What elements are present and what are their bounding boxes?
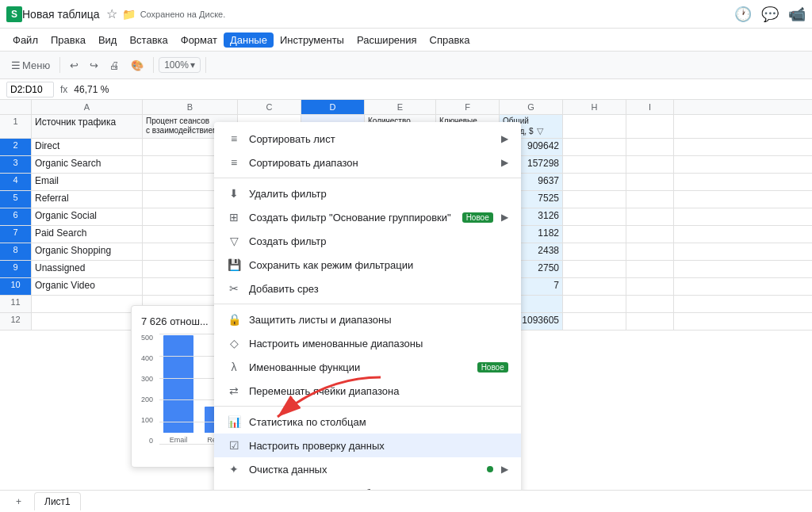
cell-i9[interactable] xyxy=(626,261,674,277)
document-title[interactable]: Новая таблица xyxy=(22,8,100,21)
cell-i3[interactable] xyxy=(626,156,674,173)
row-num[interactable]: 7 xyxy=(0,226,32,243)
col-header-g[interactable]: G xyxy=(500,100,563,114)
cell-a4[interactable]: Email xyxy=(32,174,143,190)
menu-help[interactable]: Справка xyxy=(423,32,477,48)
redo-button[interactable]: ↪ xyxy=(85,56,103,75)
sort-range-item[interactable]: ≡ Сортировать диапазон ▶ xyxy=(214,151,521,174)
cell-reference[interactable] xyxy=(6,82,54,97)
cell-a1[interactable]: Источник трафика xyxy=(32,115,143,138)
menu-view[interactable]: Вид xyxy=(92,32,124,48)
row-num[interactable]: 12 xyxy=(0,313,32,330)
move-icon[interactable]: 📁 xyxy=(122,8,136,21)
col-header-f[interactable]: F xyxy=(436,100,500,114)
protect-sheets-item[interactable]: 🔒 Защитить листы и диапазоны xyxy=(214,308,521,331)
cell-h6[interactable] xyxy=(563,208,626,225)
cell-h4[interactable] xyxy=(563,174,626,190)
cell-a10[interactable]: Organic Video xyxy=(32,278,143,295)
cell-i11[interactable] xyxy=(626,296,674,312)
cell-a5[interactable]: Referral xyxy=(32,191,143,208)
col-header-c[interactable]: C xyxy=(238,100,301,114)
add-sheet-button[interactable]: + xyxy=(6,493,31,510)
cell-h2[interactable] xyxy=(563,139,626,155)
cell-h10[interactable] xyxy=(563,278,626,295)
video-icon[interactable]: 📹 xyxy=(788,6,806,23)
row-num[interactable]: 4 xyxy=(0,174,32,190)
menu-file[interactable]: Файл xyxy=(6,32,44,48)
cell-i5[interactable] xyxy=(626,191,674,208)
history-icon[interactable]: 🕐 xyxy=(734,6,752,23)
menu-tools[interactable]: Инструменты xyxy=(274,32,350,48)
cell-h1[interactable] xyxy=(563,115,626,138)
data-validation-item[interactable]: ☑ Настроить проверку данных xyxy=(214,434,521,457)
row-num[interactable]: 6 xyxy=(0,208,32,225)
data-cleanup-item[interactable]: ✦ Очистка данных ▶ xyxy=(214,457,521,481)
cell-i10[interactable] xyxy=(626,278,674,295)
cell-h3[interactable] xyxy=(563,156,626,173)
cell-h7[interactable] xyxy=(563,226,626,243)
col-header-i[interactable]: I xyxy=(626,100,674,114)
cell-i1[interactable] xyxy=(626,115,674,138)
cell-i8[interactable] xyxy=(626,243,674,260)
menu-data[interactable]: Данные xyxy=(224,32,274,48)
cell-h8[interactable] xyxy=(563,243,626,260)
named-functions-item[interactable]: λ Именованные функции Новое xyxy=(214,355,521,379)
row-num[interactable]: 1 xyxy=(0,115,32,138)
row-num[interactable]: 8 xyxy=(0,243,32,260)
sort-sheet-item[interactable]: ≡ Сортировать лист ▶ xyxy=(214,127,521,151)
row-num[interactable]: 5 xyxy=(0,191,32,208)
menu-extensions[interactable]: Расширения xyxy=(350,32,423,48)
sheet-tab-main[interactable]: Лист1 xyxy=(34,492,81,510)
menu-button[interactable]: ☰ Меню xyxy=(6,56,55,75)
add-slice-item[interactable]: ✂ Добавить срез xyxy=(214,277,521,300)
cell-h11[interactable] xyxy=(563,296,626,312)
remove-filter-item[interactable]: ⬇ Удалить фильтр xyxy=(214,181,521,205)
cell-i4[interactable] xyxy=(626,174,674,190)
cell-a12[interactable] xyxy=(32,313,143,330)
save-filter-item[interactable]: 💾 Сохранить как режим фильтрации xyxy=(214,253,521,277)
menu-format[interactable]: Формат xyxy=(174,32,224,48)
undo-button[interactable]: ↩ xyxy=(65,56,83,75)
cell-h9[interactable] xyxy=(563,261,626,277)
cell-a7[interactable]: Paid Search xyxy=(32,226,143,243)
cell-a6[interactable]: Organic Social xyxy=(32,208,143,225)
create-filter-item[interactable]: ▽ Создать фильтр xyxy=(214,229,521,253)
chart-y-axis: 500 400 300 200 100 0 xyxy=(141,334,156,445)
col-header-b[interactable]: B xyxy=(143,100,238,114)
menu-insert[interactable]: Вставка xyxy=(123,32,174,48)
cell-h12[interactable] xyxy=(563,313,626,330)
row-num[interactable]: 2 xyxy=(0,139,32,155)
col-header-h[interactable]: H xyxy=(563,100,626,114)
row-num[interactable]: 10 xyxy=(0,278,32,295)
data-validation-icon: ☑ xyxy=(227,439,241,452)
cell-a11[interactable] xyxy=(32,296,143,312)
col-header-d[interactable]: D xyxy=(301,100,365,114)
row-num[interactable]: 9 xyxy=(0,261,32,277)
cell-a2[interactable]: Direct xyxy=(32,139,143,155)
cell-h5[interactable] xyxy=(563,191,626,208)
named-ranges-item[interactable]: ◇ Настроить именованные диапазоны xyxy=(214,331,521,355)
cell-a3[interactable]: Organic Search xyxy=(32,156,143,173)
col-header-e[interactable]: E xyxy=(365,100,436,114)
row-num-header xyxy=(0,100,32,114)
menu-edit[interactable]: Правка xyxy=(44,32,92,48)
row-num[interactable]: 11 xyxy=(0,296,32,312)
cell-i2[interactable] xyxy=(626,139,674,155)
shuffle-cells-item[interactable]: ⇄ Перемешать ячейки диапазона xyxy=(214,379,521,403)
comments-icon[interactable]: 💬 xyxy=(761,6,779,23)
create-filter-group-item[interactable]: ⊞ Создать фильтр "Основание группировки"… xyxy=(214,205,521,229)
formula-input[interactable] xyxy=(74,84,806,95)
star-icon[interactable]: ☆ xyxy=(106,6,117,21)
cell-i12[interactable] xyxy=(626,313,674,330)
cell-a8[interactable]: Organic Shopping xyxy=(32,243,143,260)
column-stats-item[interactable]: 📊 Статистика по столбцам xyxy=(214,410,521,434)
cell-a9[interactable]: Unassigned xyxy=(32,261,143,277)
split-text-item[interactable]: ⊟ Разделить текст на столбцы xyxy=(214,481,521,490)
paint-button[interactable]: 🎨 xyxy=(126,56,148,75)
print-button[interactable]: 🖨 xyxy=(105,56,124,75)
cell-i7[interactable] xyxy=(626,226,674,243)
cell-i6[interactable] xyxy=(626,208,674,225)
row-num[interactable]: 3 xyxy=(0,156,32,173)
zoom-selector[interactable]: 100% ▾ xyxy=(159,57,201,73)
col-header-a[interactable]: A xyxy=(32,100,143,114)
